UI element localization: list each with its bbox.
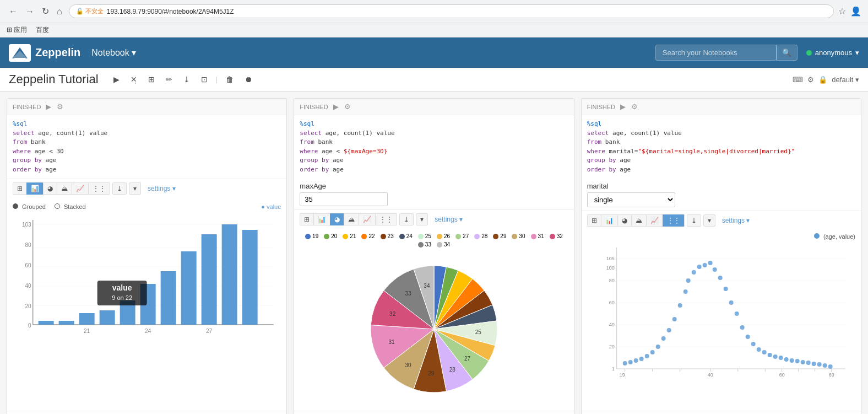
export-button[interactable]: ⤓ — [180, 72, 194, 87]
download-more-btn-1[interactable]: ▾ — [129, 182, 141, 195]
browser-chrome: ← → ↻ ⌂ 🔓 不安全 193.168.9.79:9090/#/notebo… — [0, 0, 868, 23]
svg-text:25: 25 — [475, 329, 482, 335]
keyboard-icon[interactable]: ⌨ — [793, 76, 803, 84]
table-view-btn-2[interactable]: ⊞ — [300, 213, 313, 225]
svg-text:1: 1 — [611, 366, 614, 372]
navbar-search: 🔍 — [655, 45, 798, 61]
legend-24: 24 — [399, 233, 413, 239]
value-legend: ● value — [261, 203, 281, 210]
cell-1-run[interactable]: ▶ — [44, 102, 53, 111]
chart-settings-btn-1[interactable]: settings ▾ — [148, 185, 176, 192]
search-button[interactable]: 🔍 — [776, 45, 798, 61]
svg-text:60: 60 — [779, 372, 784, 378]
pie-chart-btn-2[interactable]: ◕ — [330, 213, 344, 225]
svg-rect-27 — [242, 230, 258, 325]
pie-chart-btn[interactable]: ◕ — [43, 182, 57, 195]
baidu-bookmark[interactable]: 百度 — [36, 25, 49, 35]
brand-text: Zeppelin — [35, 46, 80, 59]
svg-text:24: 24 — [145, 328, 151, 334]
legend-28: 28 — [474, 233, 487, 239]
scatter-btn-3[interactable]: ⋮⋮ — [663, 214, 685, 227]
legend-30: 30 — [512, 233, 525, 239]
svg-text:27: 27 — [206, 328, 213, 334]
pie-chart-btn-3[interactable]: ◕ — [617, 214, 631, 227]
cell-1-icons: ▶ ⚙ — [44, 102, 65, 111]
line-chart-btn[interactable]: 📈 — [72, 182, 88, 195]
apps-icon[interactable]: ⊞ 应用 — [7, 25, 27, 35]
line-chart-btn-2[interactable]: 📈 — [359, 213, 375, 225]
area-chart-btn-3[interactable]: ⛰ — [631, 214, 646, 227]
cell-3-settings[interactable]: ⚙ — [630, 102, 639, 111]
download-btn-2[interactable]: ⤓ — [399, 213, 414, 225]
run-all-button[interactable]: ▶ — [110, 72, 123, 87]
home-btn[interactable]: ⌂ — [55, 6, 64, 18]
table-view-btn[interactable]: ⊞ — [13, 182, 26, 195]
bar-chart-btn[interactable]: 📊 — [26, 182, 43, 195]
edit-button[interactable]: ✏ — [162, 72, 176, 87]
area-chart-btn-2[interactable]: ⛰ — [344, 213, 359, 225]
cell-2-code-text: %sql select age, count(1) value from ban… — [300, 120, 568, 174]
forward-btn[interactable]: → — [23, 6, 36, 18]
lock-icon[interactable]: 🔒 — [818, 76, 827, 84]
scatter-btn[interactable]: ⋮⋮ — [88, 182, 110, 195]
chart-settings-btn-3[interactable]: settings ▾ — [722, 217, 750, 224]
line-chart-btn-3[interactable]: 📈 — [646, 214, 663, 227]
back-btn[interactable]: ← — [7, 6, 20, 18]
logo — [9, 44, 31, 62]
marital-select[interactable]: single divorced married — [587, 192, 675, 207]
account-icon[interactable]: 👤 — [850, 6, 861, 17]
stop-button[interactable]: ⏺ — [241, 72, 256, 87]
chart-settings-btn-2[interactable]: settings ▾ — [435, 216, 463, 223]
svg-point-69 — [666, 328, 671, 332]
refresh-btn[interactable]: ↻ — [40, 5, 51, 18]
search-input[interactable] — [655, 45, 777, 61]
clear-output-button[interactable]: ✕̣ — [127, 72, 141, 87]
cell-1-status: FINISHED — [13, 104, 41, 110]
more-button[interactable]: ⊡ — [197, 72, 211, 87]
svg-point-92 — [789, 358, 794, 363]
svg-point-79 — [718, 276, 722, 280]
scatter-btn-2[interactable]: ⋮⋮ — [375, 213, 397, 225]
cell-2-settings[interactable]: ⚙ — [343, 102, 352, 111]
svg-point-72 — [683, 289, 687, 294]
cell-1-header: FINISHED ▶ ⚙ — [7, 99, 286, 115]
navbar: Zeppelin Notebook ▾ 🔍 anonymous ▾ — [0, 37, 868, 68]
cell-2-run[interactable]: ▶ — [332, 102, 340, 111]
svg-point-76 — [702, 263, 707, 267]
svg-text:27: 27 — [464, 356, 471, 362]
trash-button[interactable]: 🗑 — [222, 72, 237, 87]
download-more-btn-2[interactable]: ▾ — [416, 213, 428, 225]
table-view-btn-3[interactable]: ⊞ — [587, 214, 601, 227]
svg-rect-26 — [222, 224, 237, 325]
svg-text:69: 69 — [828, 372, 834, 378]
default-label[interactable]: default ▾ — [832, 76, 859, 84]
bar-chart-btn-2[interactable]: 📊 — [313, 213, 330, 225]
cell-1-settings[interactable]: ⚙ — [55, 102, 65, 111]
area-chart-btn[interactable]: ⛰ — [57, 182, 72, 195]
download-btn-1[interactable]: ⤓ — [112, 182, 127, 195]
svg-point-67 — [655, 345, 660, 349]
bookmark-icon[interactable]: ☆ — [838, 6, 846, 17]
svg-point-85 — [751, 342, 755, 346]
settings-icon[interactable]: ⚙ — [807, 76, 814, 84]
maxage-input[interactable] — [300, 192, 388, 206]
svg-text:80: 80 — [609, 278, 614, 283]
legend-34: 34 — [437, 241, 450, 248]
bar-chart-btn-3[interactable]: 📊 — [601, 214, 617, 227]
cell-1-code-text: %sql select age, count(1) value from ban… — [13, 120, 281, 174]
user-menu[interactable]: anonymous ▾ — [806, 49, 859, 57]
notebook-menu[interactable]: Notebook ▾ — [91, 47, 136, 58]
download-more-btn-3[interactable]: ▾ — [703, 214, 715, 227]
cell-3-run[interactable]: ▶ — [619, 102, 627, 111]
svg-point-81 — [729, 300, 733, 305]
download-btn-3[interactable]: ⤓ — [687, 214, 701, 227]
cell-1: FINISHED ▶ ⚙ %sql select age, count(1) v… — [7, 98, 287, 414]
svg-point-96 — [811, 362, 816, 366]
browser-address-bar[interactable]: 🔓 不安全 193.168.9.79:9090/#/notebook/2A94M… — [69, 4, 834, 18]
legend-26: 26 — [437, 233, 450, 239]
svg-point-80 — [723, 287, 728, 291]
svg-text:105: 105 — [606, 256, 614, 261]
clone-button[interactable]: ⊞ — [144, 72, 159, 87]
legend-22: 22 — [361, 233, 375, 239]
cell-3-toolbar: ⊞ 📊 ◕ ⛰ 📈 ⋮⋮ ⤓ ▾ settings ▾ — [582, 211, 861, 230]
